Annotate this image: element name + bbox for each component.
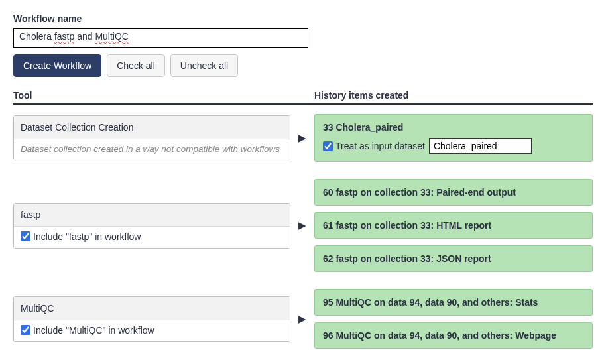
arrow-icon: ▶ [290,313,314,325]
tool-box-multiqc: MultiQC Include "MultiQC" in workflow [13,296,290,342]
wf-name-p1: Cholera [19,31,54,42]
button-row: Create Workflow Check all Uncheck all [13,54,593,77]
history-item-title: 62 fastp on collection 33: JSON report [323,253,491,264]
tool-note: Dataset collection created in a way not … [14,139,290,160]
tool-title: MultiQC [14,297,290,320]
uncheck-all-button[interactable]: Uncheck all [170,54,238,77]
history-item-title: 95 MultiQC on data 94, data 90, and othe… [323,297,538,308]
history-item[interactable]: 62 fastp on collection 33: JSON report [314,245,593,272]
tool-row: MultiQC Include "MultiQC" in workflow ▶ … [13,289,593,349]
history-item[interactable]: 61 fastp on collection 33: HTML report [314,212,593,239]
history-item-title: 33 Cholera_paired [323,122,584,133]
history-item[interactable]: 33 Cholera_paired Treat as input dataset [314,114,593,162]
arrow-icon: ▶ [290,132,314,144]
workflow-name-input[interactable]: Cholera fastp and MultiQC [13,28,308,48]
include-fastp-row[interactable]: Include "fastp" in workflow [21,231,283,242]
history-item-title: 61 fastp on collection 33: HTML report [323,220,491,231]
workflow-name-label: Workflow name [13,13,593,24]
treat-as-input-name-field[interactable] [429,138,532,154]
history-item[interactable]: 60 fastp on collection 33: Paired-end ou… [314,179,593,206]
columns-header: Tool History items created [13,90,593,105]
history-item[interactable]: 96 MultiQC on data 94, data 90, and othe… [314,322,593,349]
arrow-icon: ▶ [290,219,314,231]
include-multiqc-label: Include "MultiQC" in workflow [33,325,154,335]
include-multiqc-checkbox[interactable] [21,325,30,335]
treat-as-input-label: Treat as input dataset [335,141,425,151]
wf-name-p3: and [74,31,95,42]
tool-column-header: Tool [13,90,314,101]
tool-row: Dataset Collection Creation Dataset coll… [13,114,593,162]
tool-row: fastp Include "fastp" in workflow ▶ 60 f… [13,179,593,272]
history-item[interactable]: 95 MultiQC on data 94, data 90, and othe… [314,289,593,316]
tool-title: Dataset Collection Creation [14,116,290,139]
treat-as-input-checkbox[interactable] [323,141,333,151]
include-multiqc-row[interactable]: Include "MultiQC" in workflow [21,325,283,335]
history-column-header: History items created [314,90,408,101]
create-workflow-button[interactable]: Create Workflow [13,54,101,77]
tool-box-fastp: fastp Include "fastp" in workflow [13,203,290,249]
include-fastp-label: Include "fastp" in workflow [33,231,141,242]
wf-name-p2: fastp [54,31,74,42]
wf-name-p4: MultiQC [95,31,129,42]
include-fastp-checkbox[interactable] [21,231,30,241]
history-item-title: 60 fastp on collection 33: Paired-end ou… [323,187,516,198]
check-all-button[interactable]: Check all [107,54,165,77]
history-item-title: 96 MultiQC on data 94, data 90, and othe… [323,330,556,341]
tool-title: fastp [14,204,290,227]
tool-box-dataset-collection: Dataset Collection Creation Dataset coll… [13,115,290,160]
